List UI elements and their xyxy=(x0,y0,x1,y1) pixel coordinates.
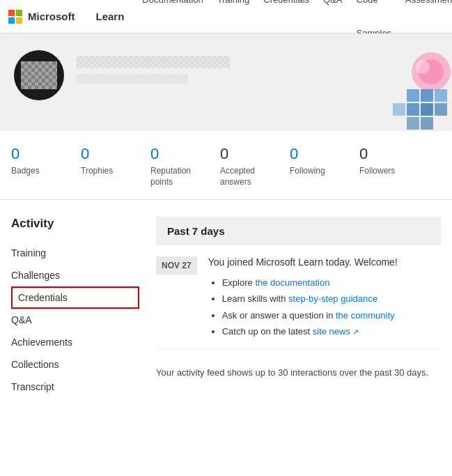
profile-sub-placeholder xyxy=(77,74,188,84)
stat-badges-label: Badges xyxy=(11,166,40,177)
activity-welcome: You joined Microsoft Learn today. Welcom… xyxy=(208,256,441,268)
list-item: Learn skills with step-by-step guidance xyxy=(222,292,441,306)
svg-rect-2 xyxy=(407,89,419,102)
stat-trophies-label: Trophies xyxy=(81,166,113,177)
stat-followers-number: 0 xyxy=(359,145,368,163)
sidebar-item-qa[interactable]: Q&A xyxy=(11,309,139,331)
stat-badges: 0 Badges xyxy=(11,145,53,188)
sidebar-item-credentials[interactable]: Credentials xyxy=(11,286,139,309)
list-item: Explore the documentation xyxy=(222,276,441,290)
stat-accepted: 0 Acceptedanswers xyxy=(220,145,262,188)
microsoft-text: Microsoft xyxy=(28,10,75,22)
ms-logo-grid xyxy=(8,10,22,24)
site-news-link[interactable]: site news xyxy=(313,326,359,337)
avatar-image xyxy=(21,61,57,89)
stat-badges-number: 0 xyxy=(11,145,20,163)
stat-followers: 0 Followers xyxy=(359,145,401,188)
stat-following-label: Following xyxy=(290,166,325,177)
profile-name-area xyxy=(77,56,230,84)
svg-rect-8 xyxy=(435,103,447,116)
svg-rect-9 xyxy=(407,117,419,130)
svg-rect-4 xyxy=(407,103,419,116)
stat-reputation-label: Reputationpoints xyxy=(150,166,191,187)
stats-row: 0 Badges 0 Trophies 0 Reputationpoints 0… xyxy=(0,131,452,200)
stat-following: 0 Following xyxy=(290,145,332,188)
list-item: Ask or answer a question in the communit… xyxy=(222,309,441,323)
stat-following-number: 0 xyxy=(290,145,298,163)
stat-followers-label: Followers xyxy=(359,166,395,177)
sidebar-item-achievements[interactable]: Achievements xyxy=(11,331,139,353)
nav-qa[interactable]: Q&A xyxy=(316,0,349,17)
content-area: Past 7 days NOV 27 You joined Microsoft … xyxy=(139,217,452,398)
svg-rect-3 xyxy=(421,89,433,102)
learn-label: Learn xyxy=(96,10,125,22)
stat-trophies: 0 Trophies xyxy=(81,145,123,188)
stat-reputation: 0 Reputationpoints xyxy=(150,145,192,188)
deco-svg xyxy=(368,33,452,131)
stat-accepted-label: Acceptedanswers xyxy=(220,166,255,187)
activity-item: NOV 27 You joined Microsoft Learn today.… xyxy=(156,245,441,351)
stat-trophies-number: 0 xyxy=(81,145,89,163)
svg-rect-10 xyxy=(421,117,433,130)
main-layout: Activity Training Challenges Credentials… xyxy=(0,200,452,398)
activity-body: You joined Microsoft Learn today. Welcom… xyxy=(208,256,441,339)
list-item: Catch up on the latest site news xyxy=(222,325,441,339)
stat-accepted-number: 0 xyxy=(220,145,228,163)
nav-assessments[interactable]: Assessments xyxy=(398,0,452,17)
avatar xyxy=(14,50,64,100)
sidebar-item-collections[interactable]: Collections xyxy=(11,353,139,376)
top-navigation: Microsoft Learn Documentation Training C… xyxy=(0,0,452,33)
svg-rect-6 xyxy=(435,89,447,102)
nav-credentials[interactable]: Credentials xyxy=(256,0,316,17)
sidebar-item-transcript[interactable]: Transcript xyxy=(11,376,139,398)
svg-rect-5 xyxy=(421,103,433,116)
svg-point-11 xyxy=(416,60,430,74)
profile-name-placeholder xyxy=(77,56,230,68)
guidance-link[interactable]: step-by-step guidance xyxy=(288,293,377,304)
microsoft-logo[interactable]: Microsoft xyxy=(8,10,75,24)
banner-decoration xyxy=(368,33,452,131)
feed-note: Your activity feed shows up to 30 intera… xyxy=(156,364,441,378)
sidebar-title: Activity xyxy=(11,217,139,231)
sidebar: Activity Training Challenges Credentials… xyxy=(0,217,139,398)
svg-rect-7 xyxy=(393,103,405,116)
community-link[interactable]: the community xyxy=(336,310,395,321)
nav-documentation[interactable]: Documentation xyxy=(135,0,210,17)
activity-date: NOV 27 xyxy=(156,256,197,275)
stat-reputation-number: 0 xyxy=(150,145,159,163)
past-days-header: Past 7 days xyxy=(156,217,441,245)
sidebar-item-challenges[interactable]: Challenges xyxy=(11,264,139,286)
documentation-link[interactable]: the documentation xyxy=(255,277,329,288)
profile-banner xyxy=(0,33,452,131)
activity-list: Explore the documentation Learn skills w… xyxy=(208,276,441,339)
nav-training[interactable]: Training xyxy=(210,0,256,17)
sidebar-item-training[interactable]: Training xyxy=(11,242,139,264)
